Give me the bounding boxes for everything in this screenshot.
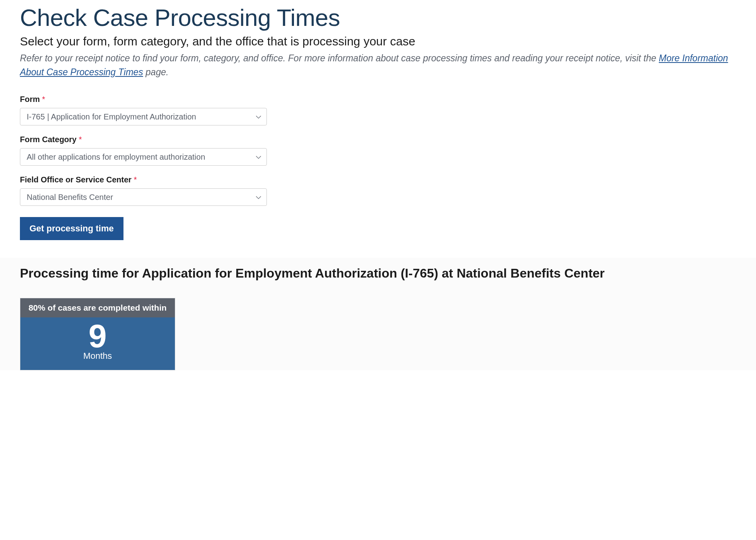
category-select[interactable]: All other applications for employment au… xyxy=(20,148,267,166)
get-processing-time-button[interactable]: Get processing time xyxy=(20,217,123,240)
form-field-label-text: Form xyxy=(20,95,40,104)
required-asterisk: * xyxy=(134,175,137,184)
intro-prefix: Refer to your receipt notice to find you… xyxy=(20,53,659,63)
category-field-group: Form Category * All other applications f… xyxy=(20,135,736,166)
form-field-label: Form * xyxy=(20,95,736,104)
intro-suffix: page. xyxy=(143,67,168,77)
office-field-label: Field Office or Service Center * xyxy=(20,175,736,184)
office-select[interactable]: National Benefits Center xyxy=(20,188,267,206)
page-title: Check Case Processing Times xyxy=(20,4,736,31)
intro-text: Refer to your receipt notice to find you… xyxy=(20,51,736,79)
form-select-wrapper: I-765 | Application for Employment Autho… xyxy=(20,108,267,125)
result-card: 80% of cases are completed within 9 Mont… xyxy=(20,298,175,370)
category-field-label: Form Category * xyxy=(20,135,736,144)
office-field-group: Field Office or Service Center * Nationa… xyxy=(20,175,736,206)
category-field-label-text: Form Category xyxy=(20,135,76,144)
form-select[interactable]: I-765 | Application for Employment Autho… xyxy=(20,108,267,125)
office-field-label-text: Field Office or Service Center xyxy=(20,175,131,184)
office-select-wrapper: National Benefits Center xyxy=(20,188,267,206)
result-number: 9 xyxy=(24,320,171,352)
results-section: Processing time for Application for Empl… xyxy=(0,258,756,370)
results-heading: Processing time for Application for Empl… xyxy=(20,265,736,282)
required-asterisk: * xyxy=(79,135,82,144)
result-card-header: 80% of cases are completed within xyxy=(20,298,175,317)
required-asterisk: * xyxy=(42,95,45,104)
form-field-group: Form * I-765 | Application for Employmen… xyxy=(20,95,736,125)
result-card-body: 9 Months xyxy=(20,317,175,370)
result-unit: Months xyxy=(24,351,171,361)
page-subtitle: Select your form, form category, and the… xyxy=(20,35,736,48)
category-select-wrapper: All other applications for employment au… xyxy=(20,148,267,166)
